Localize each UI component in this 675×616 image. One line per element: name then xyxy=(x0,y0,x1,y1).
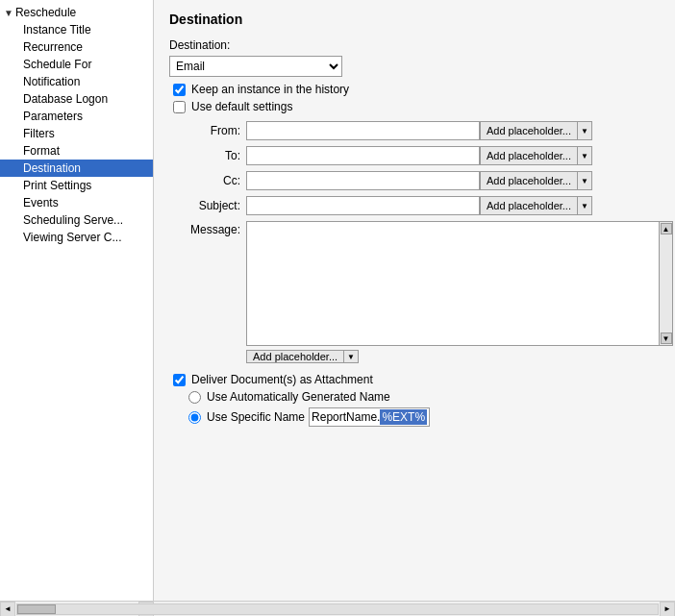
sidebar-item-schedule-for[interactable]: Schedule For xyxy=(0,56,153,73)
sidebar: ▼ Reschedule Instance Title Recurrence S… xyxy=(0,0,154,601)
from-row: From: Add placeholder... ▼ xyxy=(169,121,660,140)
message-textarea[interactable] xyxy=(246,221,660,346)
from-label: From: xyxy=(169,124,246,137)
specific-name-input-display[interactable]: ReportName.%EXT% xyxy=(309,407,430,427)
from-placeholder-arrow[interactable]: ▼ xyxy=(577,121,592,140)
subject-input-group: Add placeholder... ▼ xyxy=(246,196,592,215)
sidebar-item-database-logon[interactable]: Database Logon xyxy=(0,90,153,108)
keep-history-row: Keep an instance in the history xyxy=(169,83,660,96)
from-placeholder-btn[interactable]: Add placeholder... xyxy=(480,121,577,140)
specific-name-highlight: %EXT% xyxy=(380,409,427,425)
sidebar-tree: ▼ Reschedule Instance Title Recurrence S… xyxy=(0,0,153,250)
keep-history-checkbox[interactable] xyxy=(173,84,186,96)
destination-section: Destination: EmailDefault Enterprise Loc… xyxy=(169,38,660,77)
subject-placeholder-arrow[interactable]: ▼ xyxy=(577,196,592,215)
main-content: Destination Destination: EmailDefault En… xyxy=(154,0,675,601)
sidebar-item-notification[interactable]: Notification xyxy=(0,73,153,90)
sidebar-item-filters[interactable]: Filters xyxy=(0,125,153,142)
use-default-checkbox[interactable] xyxy=(173,101,186,113)
message-placeholder-btn[interactable]: Add placeholder... xyxy=(246,350,343,363)
email-fields: From: Add placeholder... ▼ To: Add place… xyxy=(169,121,660,363)
tree-arrow-icon: ▼ xyxy=(4,8,13,18)
message-scroll-up[interactable]: ▲ xyxy=(661,223,672,234)
deliver-label: Deliver Document(s) as Attachment xyxy=(191,373,373,386)
subject-input[interactable] xyxy=(246,196,480,215)
auto-name-row: Use Automatically Generated Name xyxy=(169,390,660,404)
destination-field-label: Destination: xyxy=(169,38,660,52)
cc-input[interactable] xyxy=(246,171,480,190)
to-input[interactable] xyxy=(246,146,480,165)
hscroll-thumb[interactable] xyxy=(17,604,56,614)
message-row: Message: ▲ ▼ Add placeholder... ▼ xyxy=(169,221,660,363)
to-placeholder-arrow[interactable]: ▼ xyxy=(577,146,592,165)
auto-name-radio[interactable] xyxy=(188,391,201,404)
to-row: To: Add placeholder... ▼ xyxy=(169,146,660,165)
from-input-group: Add placeholder... ▼ xyxy=(246,121,592,140)
cc-placeholder-btn[interactable]: Add placeholder... xyxy=(480,171,577,190)
message-scrollbar: ▲ ▼ xyxy=(660,221,673,346)
subject-placeholder-btn[interactable]: Add placeholder... xyxy=(480,196,577,215)
cc-input-group: Add placeholder... ▼ xyxy=(246,171,592,190)
to-input-group: Add placeholder... ▼ xyxy=(246,146,592,165)
message-input-container: ▲ ▼ xyxy=(246,221,673,346)
sidebar-item-parameters[interactable]: Parameters xyxy=(0,108,153,125)
content-inner: Destination Destination: EmailDefault En… xyxy=(169,12,660,427)
deliver-checkbox-row: Deliver Document(s) as Attachment xyxy=(169,373,660,386)
sidebar-item-viewing-server[interactable]: Viewing Server C... xyxy=(0,229,153,246)
specific-name-label: Use Specific Name xyxy=(207,410,305,424)
sidebar-item-scheduling-server[interactable]: Scheduling Serve... xyxy=(0,211,153,229)
sidebar-item-format[interactable]: Format xyxy=(0,142,153,160)
cc-placeholder-arrow[interactable]: ▼ xyxy=(577,171,592,190)
bottom-hscrollbar: ◄ ► xyxy=(0,601,675,616)
use-default-label: Use default settings xyxy=(191,100,292,113)
message-scroll-down[interactable]: ▼ xyxy=(661,333,672,344)
hscroll-track xyxy=(16,604,659,615)
sidebar-tree-parent[interactable]: ▼ Reschedule xyxy=(0,4,153,21)
sidebar-tree-label: Reschedule xyxy=(15,6,76,19)
specific-name-row: Use Specific Name ReportName.%EXT% xyxy=(169,407,660,427)
deliver-checkbox[interactable] xyxy=(173,374,186,386)
to-label: To: xyxy=(169,149,246,162)
message-placeholder-arrow[interactable]: ▼ xyxy=(343,350,359,363)
message-label: Message: xyxy=(169,221,246,236)
specific-name-radio[interactable] xyxy=(188,411,201,424)
sidebar-item-print-settings[interactable]: Print Settings xyxy=(0,177,153,194)
keep-history-label: Keep an instance in the history xyxy=(191,83,349,96)
sidebar-item-destination[interactable]: Destination xyxy=(0,160,153,177)
specific-name-text: ReportName. xyxy=(312,410,380,424)
auto-name-label: Use Automatically Generated Name xyxy=(207,390,390,404)
sidebar-item-events[interactable]: Events xyxy=(0,194,153,211)
sidebar-item-recurrence[interactable]: Recurrence xyxy=(0,38,153,56)
hscroll-right[interactable]: ► xyxy=(660,602,675,617)
destination-select[interactable]: EmailDefault Enterprise LocationDiskFTPS… xyxy=(169,56,342,77)
to-placeholder-btn[interactable]: Add placeholder... xyxy=(480,146,577,165)
subject-row: Subject: Add placeholder... ▼ xyxy=(169,196,660,215)
page-title: Destination xyxy=(169,12,660,27)
message-placeholder-row: Add placeholder... ▼ xyxy=(246,350,673,363)
message-container: ▲ ▼ Add placeholder... ▼ xyxy=(246,221,673,363)
sidebar-item-instance-title[interactable]: Instance Title xyxy=(0,21,153,38)
from-input[interactable] xyxy=(246,121,480,140)
subject-label: Subject: xyxy=(169,199,246,212)
destination-select-row: EmailDefault Enterprise LocationDiskFTPS… xyxy=(169,56,660,77)
cc-label: Cc: xyxy=(169,174,246,187)
use-default-row: Use default settings xyxy=(169,100,660,113)
deliver-section: Deliver Document(s) as Attachment Use Au… xyxy=(169,373,660,427)
cc-row: Cc: Add placeholder... ▼ xyxy=(169,171,660,190)
